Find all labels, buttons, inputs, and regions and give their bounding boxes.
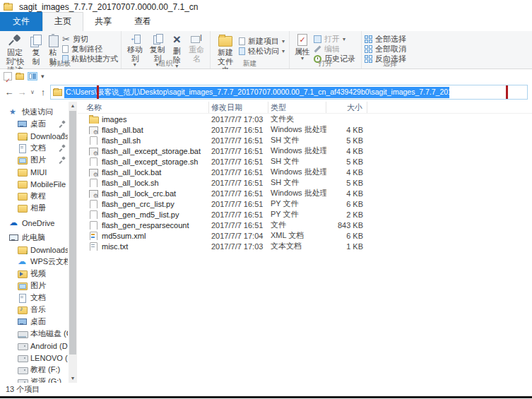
sidebar-item[interactable]: Downloads (0, 130, 68, 142)
scrollbar-thumb[interactable] (69, 111, 76, 355)
properties-button[interactable]: 属性 ▾ (292, 33, 312, 61)
sidebar-scrollbar[interactable]: ▲ ▼ (69, 102, 77, 383)
sidebar-item-label: 桌面 (30, 316, 46, 327)
edit-button[interactable]: 编辑 (314, 44, 355, 54)
sidebar-item-icon (9, 218, 18, 227)
sidebar-item[interactable]: 此电脑 (0, 232, 68, 244)
sidebar-item[interactable]: 图片 (0, 154, 68, 166)
file-row[interactable]: flash_all_except_storage.sh 2017/7/7 16:… (78, 156, 532, 167)
file-row[interactable]: images 2017/7/7 17:03 文件夹 (78, 114, 532, 124)
file-row[interactable]: misc.txt 2017/7/7 17:03 文本文档 1 KB (78, 241, 532, 251)
sidebar-item[interactable]: 桌面 (0, 316, 68, 328)
pin-icon (59, 121, 66, 127)
column-header-date[interactable]: 修改日期 (209, 102, 268, 113)
sidebar-item[interactable]: 图片 (0, 280, 68, 292)
forward-button[interactable]: → (16, 87, 28, 97)
tab-home[interactable]: 主页 (42, 12, 83, 31)
sidebar-item-label: 资源 (G:) (30, 376, 61, 383)
file-name: flash_gen_crc_list.py (102, 200, 175, 208)
tab-file[interactable]: 文件 (0, 12, 42, 31)
ribbon-group-open: 属性 ▾ 打开 ▾ 编辑 历史记录 打开 (290, 31, 362, 69)
column-headers: 名称 修改日期 类型 大小 (78, 102, 532, 114)
sidebar-item[interactable]: Android (D:) (0, 340, 68, 352)
sidebar-item[interactable]: 文档 (0, 292, 68, 304)
column-header-type[interactable]: 类型 (268, 102, 326, 113)
sidebar-item-label: Android (D:) (30, 342, 68, 350)
sidebar-item[interactable]: OneDrive (0, 217, 68, 229)
file-row[interactable]: flash_all_lock.bat 2017/7/7 16:51 Window… (78, 167, 532, 177)
file-row[interactable]: flash_all_lock.sh 2017/7/7 16:51 SH 文件 5… (78, 177, 532, 188)
sidebar-item[interactable]: 音乐 (0, 304, 68, 316)
column-header-size[interactable]: 大小 (326, 102, 367, 113)
new-item-button[interactable]: 新建项目 ▾ (239, 37, 285, 46)
preview-pane-icon[interactable] (28, 72, 37, 81)
file-date: 2017/7/7 16:51 (209, 147, 268, 155)
back-button[interactable]: ← (3, 87, 16, 97)
file-row[interactable]: flash_all_lock_crc.bat 2017/7/7 16:51 Wi… (78, 188, 532, 198)
file-size: 5 KB (326, 136, 367, 145)
sidebar-item[interactable]: 相册 (0, 202, 68, 214)
tab-share[interactable]: 共享 (83, 13, 123, 31)
sidebar-item-icon (9, 107, 18, 117)
copy-icon (30, 34, 42, 47)
properties-quick-icon[interactable] (4, 72, 12, 81)
pin-icon (59, 133, 66, 139)
sidebar-item[interactable]: WPS云文档 (0, 256, 68, 268)
rename-icon (191, 34, 202, 44)
address-path-selected-text[interactable]: C:\Users\极客说_范儿\Desktop\sagit_images_7.7… (64, 87, 449, 98)
sidebar-item[interactable]: Downloads (0, 244, 68, 256)
new-folder-quick-icon[interactable] (16, 73, 24, 80)
sidebar-item-label: 教程 (30, 191, 46, 201)
file-row[interactable]: flash_all.sh 2017/7/7 16:51 SH 文件 5 KB (78, 135, 532, 145)
easy-access-icon (239, 47, 245, 55)
file-date: 2017/7/7 16:51 (209, 136, 268, 145)
sidebar-item-icon (18, 167, 27, 177)
cut-button[interactable]: 剪切 (62, 35, 118, 44)
sidebar-item[interactable]: LENOVO (E:) (0, 352, 68, 364)
file-type-icon (89, 136, 97, 145)
tab-view[interactable]: 查看 (123, 13, 162, 31)
up-button[interactable]: ↑ (37, 87, 49, 97)
qat-customize-caret[interactable]: ▾ (41, 74, 45, 78)
sidebar-item[interactable]: 快速访问 (0, 106, 68, 118)
file-type: Windows 批处理... (268, 145, 326, 156)
scroll-down-arrow[interactable]: ▼ (69, 374, 77, 383)
easy-access-button[interactable]: 轻松访问 ▾ (239, 47, 285, 56)
file-type: 文件 (268, 220, 326, 230)
ribbon-group-new: 新建 文件夹 新建项目 ▾ 轻松访问 ▾ 新建 (211, 31, 290, 69)
select-all-button[interactable]: 全部选择 (365, 35, 406, 44)
file-row[interactable]: flash_gen_resparsecount 2017/7/7 16:51 文… (78, 220, 532, 230)
sidebar-item-icon (18, 257, 27, 266)
sidebar-item[interactable]: 视频 (0, 268, 68, 280)
file-row[interactable]: md5sum.xml 2017/7/7 17:04 XML 文档 6 KB (78, 230, 532, 241)
open-button[interactable]: 打开 ▾ (314, 35, 355, 44)
file-row[interactable]: flash_gen_md5_list.py 2017/7/7 16:51 PY … (78, 209, 532, 220)
file-name: md5sum.xml (102, 232, 146, 240)
file-row[interactable]: flash_all.bat 2017/7/7 16:51 Windows 批处理… (78, 124, 532, 135)
file-type-icon (89, 179, 97, 187)
sidebar-item[interactable]: 文档 (0, 142, 68, 154)
copy-path-button[interactable]: 复制路径 (62, 44, 118, 54)
address-bar[interactable]: C:\Users\极客说_范儿\Desktop\sagit_images_7.7… (50, 85, 528, 100)
file-row[interactable]: flash_all_except_storage.bat 2017/7/7 16… (78, 145, 532, 156)
sidebar-item[interactable]: 本地磁盘 (C:) (0, 328, 68, 340)
select-none-button[interactable]: 全部取消 (365, 44, 406, 54)
file-date: 2017/7/7 16:51 (209, 168, 268, 177)
sidebar-item-label: 相册 (30, 203, 46, 213)
sidebar-item[interactable]: 教程 (0, 190, 68, 202)
sidebar-item-icon (18, 377, 27, 383)
sidebar-item[interactable]: MobileFile (0, 178, 68, 190)
scroll-up-arrow[interactable]: ▲ (69, 102, 77, 110)
column-header-name[interactable]: 名称 (78, 102, 209, 113)
recent-locations-caret[interactable]: ∨ (28, 89, 37, 95)
file-name: images (102, 115, 126, 124)
sidebar-item[interactable]: 资源 (G:) (0, 376, 68, 383)
sidebar-item[interactable]: 教程 (F:) (0, 364, 68, 376)
select-none-icon (365, 45, 372, 53)
file-row[interactable]: flash_gen_crc_list.py 2017/7/7 16:51 PY … (78, 198, 532, 209)
sidebar-item[interactable]: 桌面 (0, 118, 68, 130)
sidebar-item[interactable]: MIUI (0, 166, 68, 178)
file-name: flash_all_lock.bat (102, 168, 161, 177)
sidebar-item-icon (18, 191, 27, 201)
sidebar-item-icon (18, 269, 27, 278)
